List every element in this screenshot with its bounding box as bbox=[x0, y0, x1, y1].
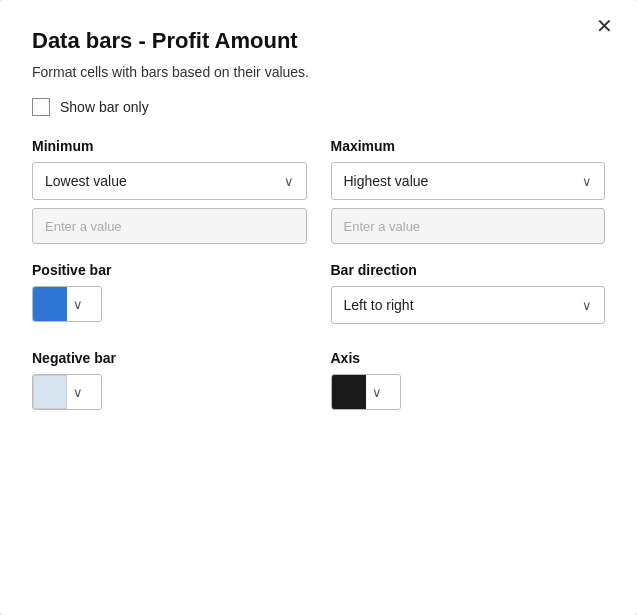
positive-bar-swatch bbox=[33, 287, 67, 321]
min-max-section: Minimum Lowest value ∨ Enter a value Max… bbox=[32, 138, 605, 244]
bar-direction-field: Bar direction Left to right ∨ bbox=[331, 262, 606, 332]
data-bars-dialog: ✕ Data bars - Profit Amount Format cells… bbox=[0, 0, 637, 615]
maximum-label: Maximum bbox=[331, 138, 606, 154]
axis-color-dropdown[interactable]: ∨ bbox=[331, 374, 401, 410]
maximum-dropdown-value: Highest value bbox=[344, 173, 429, 189]
axis-swatch bbox=[332, 375, 366, 409]
axis-field: Axis ∨ bbox=[331, 350, 606, 410]
positive-bar-label: Positive bar bbox=[32, 262, 307, 278]
minimum-dropdown-value: Lowest value bbox=[45, 173, 127, 189]
minimum-input-placeholder: Enter a value bbox=[45, 219, 122, 234]
close-button[interactable]: ✕ bbox=[590, 14, 619, 38]
maximum-field: Maximum Highest value ∨ Enter a value bbox=[331, 138, 606, 244]
maximum-input-placeholder: Enter a value bbox=[344, 219, 421, 234]
minimum-dropdown[interactable]: Lowest value ∨ bbox=[32, 162, 307, 200]
negative-bar-field: Negative bar ∨ bbox=[32, 350, 307, 410]
minimum-value-input[interactable]: Enter a value bbox=[32, 208, 307, 244]
negative-bar-chevron: ∨ bbox=[67, 385, 89, 400]
show-bar-checkbox[interactable] bbox=[32, 98, 50, 116]
axis-chevron: ∨ bbox=[366, 385, 388, 400]
dialog-subtitle: Format cells with bars based on their va… bbox=[32, 64, 605, 80]
maximum-dropdown[interactable]: Highest value ∨ bbox=[331, 162, 606, 200]
negative-bar-color-dropdown[interactable]: ∨ bbox=[32, 374, 102, 410]
bar-direction-label: Bar direction bbox=[331, 262, 606, 278]
positive-bar-color-dropdown[interactable]: ∨ bbox=[32, 286, 102, 322]
axis-label: Axis bbox=[331, 350, 606, 366]
bar-direction-chevron: ∨ bbox=[582, 298, 592, 313]
maximum-dropdown-chevron: ∨ bbox=[582, 174, 592, 189]
show-bar-row: Show bar only bbox=[32, 98, 605, 116]
positive-bar-field: Positive bar ∨ bbox=[32, 262, 307, 332]
negative-bar-label: Negative bar bbox=[32, 350, 307, 366]
maximum-value-input[interactable]: Enter a value bbox=[331, 208, 606, 244]
bar-direction-dropdown[interactable]: Left to right ∨ bbox=[331, 286, 606, 324]
minimum-dropdown-chevron: ∨ bbox=[284, 174, 294, 189]
negative-axis-section: Negative bar ∨ Axis ∨ bbox=[32, 350, 605, 410]
bar-direction-value: Left to right bbox=[344, 297, 414, 313]
minimum-label: Minimum bbox=[32, 138, 307, 154]
dialog-title: Data bars - Profit Amount bbox=[32, 28, 605, 54]
bar-direction-section: Positive bar ∨ Bar direction Left to rig… bbox=[32, 262, 605, 332]
positive-bar-chevron: ∨ bbox=[67, 297, 89, 312]
minimum-field: Minimum Lowest value ∨ Enter a value bbox=[32, 138, 307, 244]
show-bar-label: Show bar only bbox=[60, 99, 149, 115]
negative-bar-swatch bbox=[33, 375, 67, 409]
